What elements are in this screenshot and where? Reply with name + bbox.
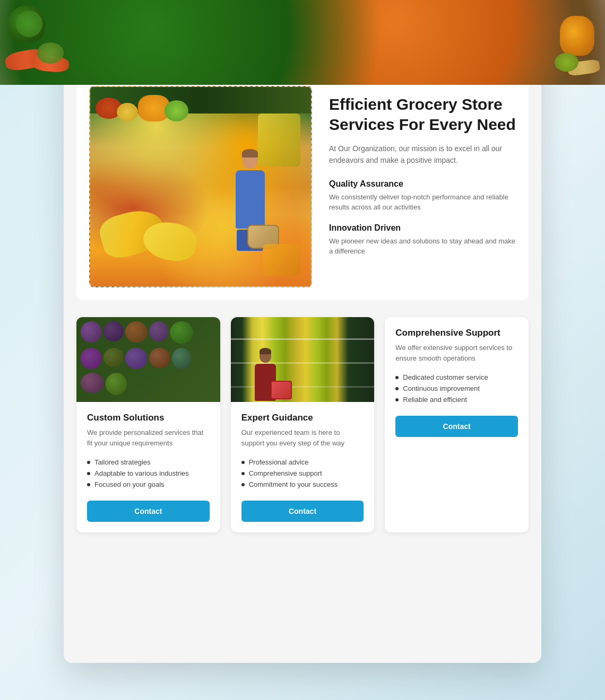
feature-item-2: Innovation Driven We pioneer new ideas a…	[329, 223, 516, 257]
card-3-list: Dedicated customer service Continuous im…	[395, 372, 518, 405]
card-3: Comprehensive Support We offer extensive…	[385, 317, 529, 532]
feature-title-2: Innovation Driven	[329, 223, 516, 233]
card-2: Expert Guidance Our experienced team is …	[231, 317, 375, 532]
bullet-icon	[395, 387, 399, 390]
feature-desc-1: We consistently deliver top-notch perfor…	[329, 192, 516, 213]
list-item-text: Dedicated customer service	[403, 373, 488, 381]
card-2-image	[231, 317, 375, 402]
list-item: Comprehensive support	[241, 468, 364, 479]
bullet-icon	[87, 472, 90, 475]
list-item: Professional advice	[241, 457, 364, 468]
card-1-title: Custom Solutions	[87, 413, 210, 423]
hero-text: Efficient Grocery Store Services For Eve…	[329, 86, 516, 267]
list-item-text: Reliable and efficient	[403, 396, 466, 404]
card-1-body: Custom Solutions We provide personalized…	[76, 402, 220, 532]
hero-title: Efficient Grocery Store Services For Eve…	[329, 94, 516, 134]
hero-image-container	[89, 86, 312, 287]
hero-section: Efficient Grocery Store Services For Eve…	[76, 73, 529, 300]
cards-section: Custom Solutions We provide personalized…	[76, 317, 529, 532]
list-item: Dedicated customer service	[395, 372, 518, 383]
list-item-text: Professional advice	[249, 458, 309, 466]
card-3-description: We offer extensive support services to e…	[395, 343, 518, 363]
list-item: Adaptable to various industries	[87, 468, 210, 479]
card-2-contact-button[interactable]: Contact	[241, 501, 364, 522]
list-item-text: Comprehensive support	[249, 469, 322, 477]
card-2-title: Expert Guidance	[241, 413, 364, 423]
browser-content: Efficient Grocery Store Services For Eve…	[64, 60, 541, 663]
list-item-text: Commitment to your success	[249, 480, 338, 488]
list-item-text: Adaptable to various industries	[94, 469, 189, 477]
bullet-icon	[87, 461, 90, 464]
feature-item-1: Quality Assurance We consistently delive…	[329, 179, 516, 213]
list-item: Continuous improvement	[395, 383, 518, 394]
card-1: Custom Solutions We provide personalized…	[76, 317, 220, 532]
list-item-text: Focused on your goals	[94, 480, 165, 488]
card-1-list: Tailored strategies Adaptable to various…	[87, 457, 210, 490]
card-1-image	[76, 317, 220, 402]
feature-desc-2: We pioneer new ideas and solutions to st…	[329, 236, 516, 257]
bullet-icon	[395, 398, 399, 401]
bullet-icon	[395, 376, 399, 379]
browser-window: ‹ › 🔒 editor.yola.com ↻ ? + ⬆	[64, 37, 541, 663]
bullet-icon	[241, 472, 245, 475]
bullet-icon	[241, 483, 245, 486]
list-item-text: Continuous improvement	[403, 384, 480, 392]
card-2-list: Professional advice Comprehensive suppor…	[241, 457, 364, 490]
card-1-contact-button[interactable]: Contact	[87, 501, 210, 522]
feature-title-1: Quality Assurance	[329, 179, 516, 189]
card-3-title: Comprehensive Support	[395, 328, 518, 338]
card-2-description: Our experienced team is here to support …	[241, 427, 364, 448]
bullet-icon	[87, 483, 90, 486]
hero-image	[90, 87, 311, 286]
card-2-body: Expert Guidance Our experienced team is …	[231, 402, 375, 532]
card-1-description: We provide personalized services that fi…	[87, 427, 210, 448]
list-item: Tailored strategies	[87, 457, 210, 468]
list-item-text: Tailored strategies	[94, 458, 151, 466]
list-item: Reliable and efficient	[395, 394, 518, 405]
card-3-body: Comprehensive Support We offer extensive…	[385, 317, 529, 448]
hero-description: At Our Organization, our mission is to e…	[329, 143, 516, 167]
list-item: Focused on your goals	[87, 479, 210, 490]
list-item: Commitment to your success	[241, 479, 364, 490]
bullet-icon	[241, 461, 245, 464]
card-3-contact-button[interactable]: Contact	[395, 416, 518, 437]
